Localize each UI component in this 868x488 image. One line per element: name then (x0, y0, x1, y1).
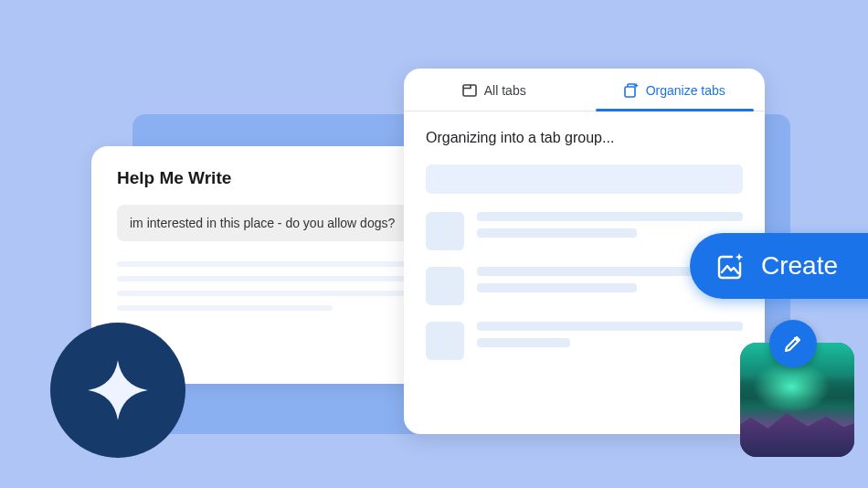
tab-all-tabs[interactable]: All tabs (404, 69, 585, 111)
image-spark-icon (715, 250, 746, 281)
placeholder-line (117, 305, 333, 311)
spark-badge (50, 323, 185, 458)
svg-rect-0 (463, 85, 476, 96)
placeholder-line (477, 338, 570, 347)
placeholder-row (426, 212, 743, 250)
pencil-icon (782, 333, 804, 355)
tab-organize-label: Organize tabs (646, 83, 725, 98)
image-thumbnail-wrap (740, 343, 854, 457)
create-button[interactable]: Create (690, 233, 868, 299)
edit-image-button[interactable] (769, 320, 817, 367)
placeholder-row (426, 322, 743, 360)
placeholder-square (426, 212, 464, 250)
tab-organize-tabs[interactable]: Organize tabs (585, 69, 766, 111)
tab-header: All tabs Organize tabs (404, 69, 765, 111)
placeholder-square (426, 322, 464, 360)
placeholder-line (477, 283, 637, 292)
placeholder-line (477, 212, 743, 221)
placeholder-square (426, 267, 464, 305)
spark-icon (82, 355, 153, 426)
organize-icon (624, 83, 639, 98)
placeholder-line (117, 261, 423, 267)
tab-box-icon (462, 84, 477, 97)
tab-organizer-status: Organizing into a tab group... (426, 130, 743, 146)
placeholder-bar (426, 164, 743, 194)
create-button-label: Create (761, 251, 838, 281)
svg-rect-1 (625, 87, 635, 97)
tab-all-label: All tabs (484, 83, 526, 98)
placeholder-line (477, 228, 637, 238)
placeholder-line (477, 322, 743, 331)
placeholder-lines (477, 322, 743, 360)
